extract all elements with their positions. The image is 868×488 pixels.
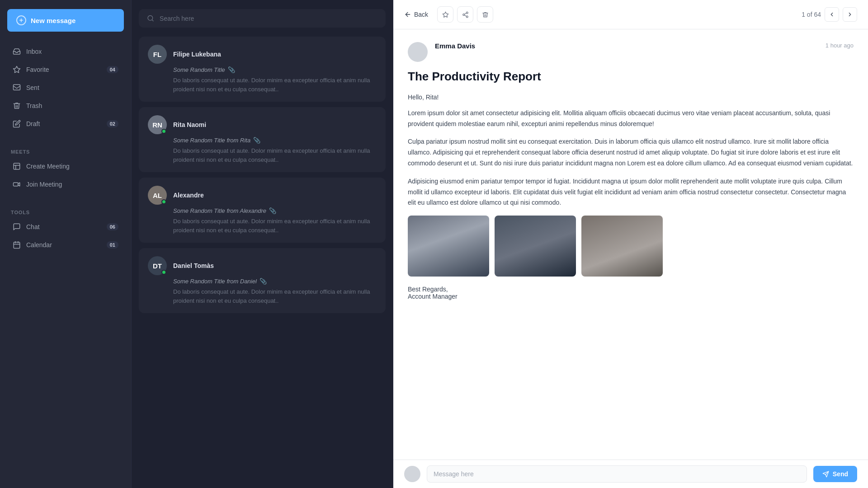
email-greeting: Hello, Rita!	[408, 94, 854, 101]
inbox-icon	[13, 47, 21, 56]
message-body-4: Do laboris consequat ut aute. Dolor mini…	[148, 287, 377, 305]
message-title-2: Some Random Title from Rita	[173, 137, 250, 144]
email-sender-name: Emma Davis	[435, 42, 818, 50]
meets-section-label: MEETS	[7, 149, 124, 155]
email-paragraph-1: Lorem ipsum dolor sit amet consectetur a…	[408, 108, 854, 130]
message-card-3[interactable]: AL Alexandre Some Random Title from Alex…	[139, 178, 386, 243]
svg-line-15	[464, 15, 466, 16]
sent-label: Sent	[26, 84, 39, 91]
inbox-label: Inbox	[26, 48, 42, 55]
svg-rect-2	[14, 163, 20, 169]
svg-line-9	[152, 20, 153, 21]
join-meeting-icon	[13, 180, 21, 188]
message-title-1: Some Random Title	[173, 66, 225, 73]
attachment-icon-3: 📎	[269, 207, 276, 214]
sidebar-item-chat[interactable]: Chat 06	[7, 218, 124, 236]
svg-rect-3	[14, 183, 19, 186]
chat-icon	[13, 223, 21, 231]
sidebar-item-create-meeting[interactable]: Create Meeting	[7, 157, 124, 175]
new-message-button[interactable]: + New message	[7, 9, 124, 32]
pagination: 1 of 64	[802, 7, 857, 22]
sent-icon	[13, 84, 21, 92]
svg-rect-4	[14, 242, 20, 249]
sender-name-3: Alexandre	[173, 192, 204, 199]
message-card-2[interactable]: RN Rita Naomi Some Random Title from Rit…	[139, 107, 386, 172]
reply-input[interactable]	[427, 465, 807, 483]
trash-icon	[13, 102, 21, 110]
search-input[interactable]	[160, 15, 377, 22]
message-list-panel: FL Filipe Lukebana Some Random Title 📎 D…	[131, 0, 393, 488]
draft-icon	[13, 120, 21, 128]
email-subject: The Productivity Report	[408, 69, 854, 84]
svg-rect-1	[14, 84, 20, 90]
message-title-4: Some Random Title from Daniel	[173, 278, 257, 285]
message-card-1[interactable]: FL Filipe Lukebana Some Random Title 📎 D…	[139, 37, 386, 102]
sidebar-item-draft[interactable]: Draft 02	[7, 115, 124, 133]
sidebar-item-favorite[interactable]: Favorite 04	[7, 61, 124, 79]
back-label: Back	[414, 11, 428, 18]
new-message-label: New message	[31, 17, 75, 24]
create-meeting-icon	[13, 162, 21, 170]
tools-section-label: TOOLS	[7, 210, 124, 215]
email-timestamp: 1 hour ago	[826, 42, 854, 49]
avatar-filipe: FL	[148, 45, 167, 64]
online-indicator-3	[161, 199, 166, 204]
email-signature: Best Regards,Account Manager	[408, 286, 854, 300]
send-button[interactable]: Send	[813, 466, 857, 482]
share-button[interactable]	[457, 6, 473, 23]
message-card-4[interactable]: DT Daniel Tomàs Some Random Title from D…	[139, 248, 386, 313]
email-paragraph-2: Culpa pariatur ipsum nostrud mollit sint…	[408, 136, 854, 169]
attachment-image-2	[495, 216, 576, 277]
chevron-right-icon	[847, 11, 853, 18]
sidebar-item-join-meeting[interactable]: Join Meeting	[7, 175, 124, 193]
attachment-icon-1: 📎	[228, 66, 235, 73]
toolbar-actions	[437, 6, 493, 23]
message-title-3: Some Random Title from Alexandre	[173, 207, 266, 214]
sidebar-item-trash[interactable]: Trash	[7, 97, 124, 115]
email-paragraph-3: Adipisicing eiusmod enim pariatur tempor…	[408, 176, 854, 208]
draft-label: Draft	[26, 120, 40, 127]
back-arrow-icon	[404, 11, 411, 18]
email-body-container: Emma Davis 1 hour ago The Productivity R…	[393, 29, 868, 460]
sidebar-item-inbox[interactable]: Inbox	[7, 42, 124, 61]
online-indicator-4	[161, 270, 166, 275]
share-icon	[462, 11, 469, 18]
delete-button[interactable]	[477, 6, 493, 23]
prev-page-button[interactable]	[825, 7, 839, 22]
join-meeting-label: Join Meeting	[26, 181, 62, 188]
sender-name-1: Filipe Lukebana	[173, 51, 221, 58]
star-icon	[13, 66, 21, 74]
email-meta: Emma Davis 1 hour ago	[408, 42, 854, 62]
attachment-icon-4: 📎	[259, 278, 267, 285]
svg-marker-0	[14, 66, 20, 73]
sidebar-item-calendar[interactable]: Calendar 01	[7, 236, 124, 254]
back-button[interactable]: Back	[404, 9, 428, 20]
search-icon	[147, 14, 154, 22]
sender-name-4: Daniel Tomàs	[173, 262, 214, 269]
message-body-3: Do laboris consequat ut aute. Dolor mini…	[148, 217, 377, 235]
chevron-left-icon	[829, 11, 835, 18]
email-detail-panel: Back	[393, 0, 868, 488]
avatar-daniel: DT	[148, 256, 167, 275]
sidebar: + New message Inbox Favorite 04	[0, 0, 131, 488]
message-body-1: Do laboris consequat ut aute. Dolor mini…	[148, 76, 377, 94]
avatar-rita: RN	[148, 115, 167, 134]
create-meeting-label: Create Meeting	[26, 163, 70, 170]
nav-section-tools: Chat 06 Calendar 01	[7, 218, 124, 254]
sender-name-2: Rita Naomi	[173, 121, 206, 128]
sidebar-item-sent[interactable]: Sent	[7, 79, 124, 97]
star-button[interactable]	[437, 6, 453, 23]
attachment-icon-2: 📎	[253, 137, 260, 144]
search-bar[interactable]	[139, 9, 386, 28]
favorite-label: Favorite	[26, 66, 49, 73]
next-page-button[interactable]	[843, 7, 857, 22]
calendar-badge: 01	[107, 241, 118, 249]
sender-avatar	[408, 42, 428, 62]
email-toolbar: Back	[393, 0, 868, 29]
trash-label: Trash	[26, 102, 42, 109]
online-indicator-2	[161, 129, 166, 134]
svg-marker-11	[443, 12, 448, 17]
send-icon	[822, 471, 829, 478]
nav-section-meets: Create Meeting Join Meeting	[7, 157, 124, 193]
email-meta-info: Emma Davis	[435, 42, 818, 50]
